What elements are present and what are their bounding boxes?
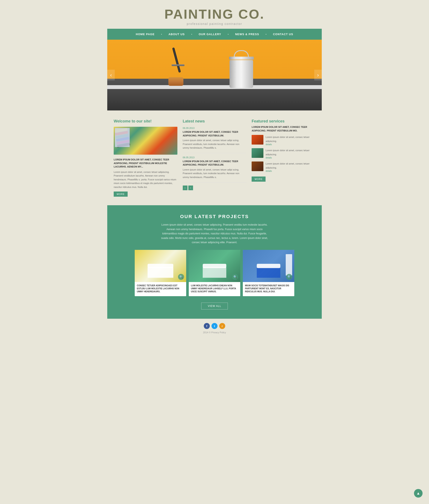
service-text-1: Lorem ipsum dolor sit amet, consec tetue… <box>266 136 310 142</box>
service-text-container-2: Lorem ipsum dolor sit amet, consec tetue… <box>266 148 315 159</box>
hero-section: ‹ › <box>107 40 322 110</box>
news-heading-1: LOREM IPSUM DOLOR SIT AMET, CONSEC TEER … <box>183 130 246 137</box>
roller-handle <box>172 47 181 73</box>
news-prev-button[interactable]: ‹ <box>183 186 188 190</box>
project-image-1: 🔍 <box>135 250 186 282</box>
service-text-container-1: Lorem ipsum dolor sit amet, consec tetue… <box>266 135 315 146</box>
hero-scene <box>107 40 322 110</box>
welcome-title: Welcome to our site! <box>114 119 177 124</box>
service-details-link-2[interactable]: details <box>266 157 315 159</box>
service-image-2 <box>252 148 263 158</box>
site-subtitle: professional painting contractor <box>107 22 322 26</box>
shelf-shape <box>286 254 292 276</box>
welcome-heading: LOREM IPSUM DOLOR SIT AMET, CONSEC TEER … <box>114 158 177 168</box>
service-image-1 <box>252 135 263 145</box>
news-date-2: 06.05.2013 <box>183 156 246 159</box>
service-item-3: Lorem ipsum dolor sit amet, consec tetue… <box>252 161 315 172</box>
content-area: Welcome to our site! LOREM IPSUM DOLOR S… <box>107 110 322 205</box>
service-text-2: Lorem ipsum dolor sit amet, consec tetue… <box>266 149 310 156</box>
featured-title: Featured services <box>252 119 315 124</box>
project-zoom-3[interactable]: 🔍 <box>286 274 292 280</box>
featured-intro: LOREM IPSUM DOLOR SIT AMET, CONSEC TEER … <box>252 125 315 132</box>
news-navigation: ‹ › <box>183 186 246 190</box>
can-body <box>230 60 253 88</box>
nav-dot-3: ● <box>228 33 229 35</box>
paint-roller <box>167 47 185 86</box>
service-image-3 <box>252 161 263 171</box>
project-caption-1: CONSEC TETUER ADIPISCINGAES est estlbu l… <box>135 282 186 296</box>
news-next-button[interactable]: › <box>188 186 193 190</box>
hero-prev-button[interactable]: ‹ <box>107 70 115 80</box>
can-handle <box>234 50 249 57</box>
welcome-column: Welcome to our site! LOREM IPSUM DOLOR S… <box>114 119 177 197</box>
news-body-1: Lorem ipsum dolor sit amet, consec tetue… <box>183 139 246 153</box>
footer-copyright: 2014 © Privacy Policy <box>112 331 317 334</box>
hero-next-button[interactable]: › <box>314 70 322 80</box>
projects-description: Lorem ipsum dolor sit amet, consec tetue… <box>161 223 268 245</box>
nav-gallery[interactable]: OUR GALLERY <box>192 29 228 40</box>
three-column-layout: Welcome to our site! LOREM IPSUM DOLOR S… <box>114 119 315 197</box>
site-title: PAINTING CO. <box>107 6 322 22</box>
project-card-2: 🔍 LUM MOLESTIE LACUIRHS enean non ummy h… <box>189 250 240 296</box>
welcome-more-button[interactable]: MORE <box>114 192 128 197</box>
service-text-container-3: Lorem ipsum dolor sit amet, consec tetue… <box>266 161 315 172</box>
service-item-1: Lorem ipsum dolor sit amet, consec tetue… <box>252 135 315 146</box>
nav-home[interactable]: HOME PAGE <box>129 29 161 40</box>
site-footer: f t r 2014 © Privacy Policy <box>107 318 322 338</box>
featured-column: Featured services LOREM IPSUM DOLOR SIT … <box>252 119 315 182</box>
news-body-2: Lorem ipsum dolor sit amet, consec tetue… <box>183 168 246 183</box>
hero-background <box>107 40 322 110</box>
project-zoom-1[interactable]: 🔍 <box>178 274 184 280</box>
main-nav: HOME PAGE ● ABOUT US ● OUR GALLERY ● NEW… <box>107 29 322 40</box>
service-details-link-3[interactable]: details <box>266 170 315 172</box>
social-rss[interactable]: r <box>219 323 225 329</box>
news-date-1: 06.09.2013 <box>183 127 246 129</box>
news-title: Latest news <box>183 119 246 124</box>
nav-about[interactable]: ABOUT US <box>162 29 191 40</box>
social-twitter[interactable]: t <box>212 323 217 329</box>
project-title-1: CONSEC TETUER ADIPISCINGAES est estlbu l… <box>137 284 184 293</box>
project-caption-2: LUM MOLESTIE LACUIRHS enean non ummy hen… <box>189 282 240 296</box>
service-item-2: Lorem ipsum dolor sit amet, consec tetue… <box>252 148 315 159</box>
project-card-3: 🔍 MIUM SOCIS TOTEMATABUSET magis dis par… <box>243 250 294 296</box>
projects-section: OUR LATEST PROJECTS Lorem ipsum dolor si… <box>107 205 322 318</box>
welcome-body: Lorem ipsum dolor sit amet, consec tetue… <box>114 170 177 189</box>
news-item-2: 06.05.2013 LOREM IPSUM DOLOR SIT AMET, C… <box>183 156 246 183</box>
sofa-shape-2 <box>203 267 226 278</box>
news-heading-2: LOREM IPSUM DOLOR SIT AMET, CONSEC TEER … <box>183 159 246 167</box>
nav-dot-2: ● <box>191 33 192 35</box>
service-details-link-1[interactable]: details <box>266 143 315 146</box>
project-image-3: 🔍 <box>243 250 294 282</box>
site-header: PAINTING CO. professional painting contr… <box>107 0 322 29</box>
roller-cylinder <box>168 77 183 86</box>
can-lid <box>229 57 254 60</box>
nav-dot-4: ● <box>266 33 267 35</box>
nav-contact[interactable]: CONTACT US <box>267 29 300 40</box>
project-caption-3: MIUM SOCIS TOTEMATABUSET magis dis partu… <box>243 282 294 296</box>
projects-grid: 🔍 CONSEC TETUER ADIPISCINGAES est estlbu… <box>114 250 315 296</box>
welcome-image <box>114 127 177 155</box>
project-image-2: 🔍 <box>189 250 240 282</box>
blueprint-overlay <box>115 128 130 147</box>
roller-arm <box>172 64 185 66</box>
nav-dot-1: ● <box>161 33 162 35</box>
view-all-button[interactable]: VIEW ALL <box>201 303 228 309</box>
project-title-3: MIUM SOCIS TOTEMATABUSET magis dis partu… <box>245 284 292 293</box>
nav-news[interactable]: NEWS & PRESS <box>229 29 266 40</box>
news-item-1: 06.09.2013 LOREM IPSUM DOLOR SIT AMET, C… <box>183 127 246 153</box>
news-column: Latest news 06.09.2013 LOREM IPSUM DOLOR… <box>183 119 246 190</box>
sofa-shape <box>148 267 173 278</box>
project-title-2: LUM MOLESTIE LACUIRHS enean non ummy hen… <box>191 284 238 293</box>
featured-more-button[interactable]: MORE <box>252 177 266 182</box>
hero-baseboard <box>107 85 322 89</box>
project-card-1: 🔍 CONSEC TETUER ADIPISCINGAES est estlbu… <box>135 250 186 296</box>
paint-can <box>230 57 253 88</box>
sofa-shape-3 <box>257 267 280 278</box>
projects-title: OUR LATEST PROJECTS <box>114 214 315 219</box>
project-zoom-2[interactable]: 🔍 <box>232 274 238 280</box>
social-icons: f t r <box>112 323 317 329</box>
social-facebook[interactable]: f <box>204 323 210 329</box>
service-text-3: Lorem ipsum dolor sit amet, consec tetue… <box>266 162 310 169</box>
